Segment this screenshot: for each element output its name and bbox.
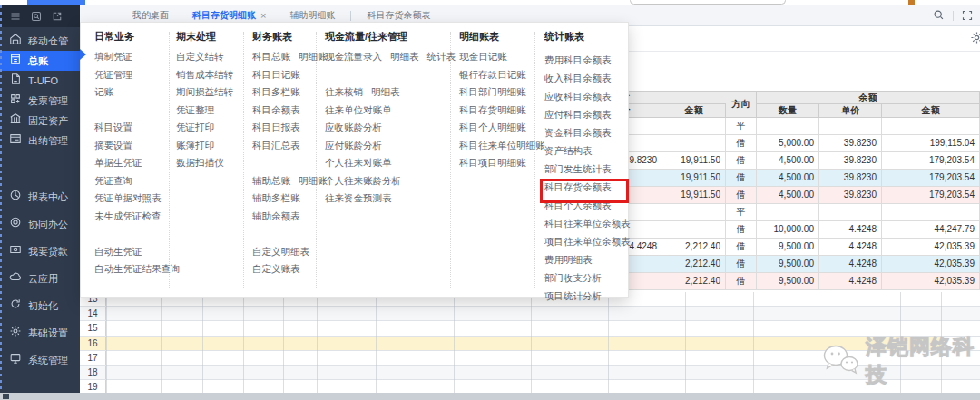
menu-item-自定义结转[interactable]: 自定义结转 bbox=[176, 51, 224, 62]
menu-item-辅助余额表[interactable]: 辅助余额表 bbox=[252, 210, 300, 221]
menu-row: 自定义明细表 bbox=[252, 241, 330, 259]
report-cell: 4.4248 bbox=[819, 273, 882, 290]
close-icon[interactable]: × bbox=[260, 10, 266, 21]
report-row[interactable]: 39.823019,911.50借4,500.0039.8230179,203.… bbox=[581, 152, 980, 170]
report-row[interactable]: 平 bbox=[581, 118, 980, 135]
sidebar-item-cloud[interactable]: 云应用 bbox=[0, 265, 80, 292]
sidebar-item-ledger[interactable]: 总账 bbox=[0, 51, 80, 71]
sidebar-item-init[interactable]: 初始化 bbox=[0, 292, 80, 319]
horizontal-scrollbar[interactable] bbox=[0, 393, 980, 400]
menu-item-自定义账表[interactable]: 自定义账表 bbox=[252, 263, 300, 274]
report-row[interactable]: 2,212.40借9,500.004.424842,035.39 bbox=[581, 273, 980, 290]
menu-item-部门收支分析[interactable]: 部门收支分析 bbox=[544, 272, 602, 283]
report-row[interactable]: 借5,000.0039.8230199,115.04 bbox=[581, 135, 980, 152]
report-row[interactable]: 2,212.40借9,500.004.424842,035.39 bbox=[581, 256, 980, 273]
menu-icon[interactable] bbox=[10, 11, 21, 22]
sidebar-item-tufo[interactable]: T-UFO bbox=[0, 71, 80, 91]
menu-item-科目日报表[interactable]: 科目日报表 bbox=[252, 122, 300, 132]
menu-item-明细表[interactable]: 明细表 bbox=[371, 86, 400, 97]
menu-item-科目多栏账[interactable]: 科目多栏账 bbox=[252, 86, 300, 97]
sidebar-item-loan[interactable]: 我要贷款 bbox=[0, 238, 80, 265]
menu-item-应收账龄分析[interactable]: 应收账龄分析 bbox=[325, 122, 382, 132]
menu-item-自动生凭证[interactable]: 自动生凭证 bbox=[94, 246, 142, 257]
menu-item-自定义明细表[interactable]: 自定义明细表 bbox=[252, 246, 309, 257]
menu-item-应收科目余额表[interactable]: 应收科目余额表 bbox=[544, 91, 612, 102]
menu-item-明细账[interactable]: 明细账 bbox=[299, 51, 328, 62]
menu-item-辅助总账[interactable]: 辅助总账 bbox=[252, 175, 290, 186]
gear-icon[interactable] bbox=[970, 31, 980, 48]
menu-item-科目设置[interactable]: 科目设置 bbox=[94, 122, 132, 132]
menu-item-科目总账[interactable]: 科目总账 bbox=[252, 51, 290, 62]
menu-item-未生成凭证检查[interactable]: 未生成凭证检查 bbox=[94, 210, 162, 221]
menu-row: 销售成本结转 bbox=[176, 64, 252, 83]
menu-item-往来资金预测表[interactable]: 往来资金预测表 bbox=[325, 192, 392, 203]
menu-item-明细表[interactable]: 明细表 bbox=[390, 51, 419, 62]
report-row[interactable]: 19,911.50借4,500.0039.8230179,203.54 bbox=[581, 170, 980, 187]
menu-item-银行存款日记账[interactable]: 银行存款日记账 bbox=[459, 69, 526, 80]
menu-item-凭证单据对照表[interactable]: 凭证单据对照表 bbox=[94, 192, 162, 203]
search-window-icon[interactable] bbox=[31, 11, 42, 22]
menu-item-凭证整理[interactable]: 凭证整理 bbox=[176, 104, 214, 115]
sidebar-item-settings[interactable]: 基础设置 bbox=[0, 319, 80, 346]
menu-item-期间损益结转[interactable]: 期间损益结转 bbox=[176, 86, 233, 97]
menu-item-往来单位对账单[interactable]: 往来单位对账单 bbox=[325, 104, 392, 115]
menu-item-个人往来账龄分析[interactable]: 个人往来账龄分析 bbox=[325, 175, 401, 186]
menu-item-现金流量录入[interactable]: 现金流量录入 bbox=[325, 51, 382, 62]
menu-item-收入科目余额表[interactable]: 收入科目余额表 bbox=[544, 73, 612, 83]
menu-item-凭证查询[interactable]: 凭证查询 bbox=[94, 175, 132, 186]
menu-item-数据扫描仪[interactable]: 数据扫描仪 bbox=[176, 157, 224, 168]
menu-item-科目日记账[interactable]: 科目日记账 bbox=[252, 69, 300, 80]
menu-item-科目往来单位余额表[interactable]: 科目往来单位余额表 bbox=[544, 218, 631, 229]
sidebar-item-cashier[interactable]: 出纳管理 bbox=[0, 131, 80, 151]
menu-item-销售成本结转[interactable]: 销售成本结转 bbox=[176, 69, 233, 80]
menu-item-部门发生统计表[interactable]: 部门发生统计表 bbox=[544, 163, 612, 174]
menu-item-自动生凭证结果查询[interactable]: 自动生凭证结果查询 bbox=[94, 263, 181, 274]
menu-item-科目汇总表[interactable]: 科目汇总表 bbox=[252, 140, 300, 151]
menu-item-统计表[interactable]: 统计表 bbox=[427, 51, 456, 62]
sidebar-item-collab[interactable]: 协同办公 bbox=[0, 210, 80, 238]
menu-item-资金科目余额表[interactable]: 资金科目余额表 bbox=[544, 127, 612, 138]
report-cell: 平 bbox=[726, 204, 757, 221]
sidebar-item-invoice[interactable]: 发票管理 bbox=[0, 91, 80, 111]
menu-item-摘要设置[interactable]: 摘要设置 bbox=[94, 140, 132, 151]
sidebar-item-bank[interactable]: 固定资产 bbox=[0, 111, 80, 131]
menu-item-科目项目明细账[interactable]: 科目项目明细账 bbox=[459, 157, 526, 168]
menu-item-辅助多栏账[interactable]: 辅助多栏账 bbox=[252, 192, 300, 203]
menu-item-应付账龄分析[interactable]: 应付账龄分析 bbox=[325, 140, 382, 151]
menu-item-填制凭证[interactable]: 填制凭证 bbox=[94, 51, 132, 62]
menu-item-资产结构表[interactable]: 资产结构表 bbox=[544, 145, 593, 156]
sidebar-item-warehouse[interactable]: 移动仓管 bbox=[0, 31, 80, 51]
menu-item-科目部门明细账[interactable]: 科目部门明细账 bbox=[459, 86, 526, 97]
menu-item-个人往来对账单[interactable]: 个人往来对账单 bbox=[325, 157, 392, 168]
menu-item-凭证管理[interactable]: 凭证管理 bbox=[94, 69, 132, 80]
menu-item-明细账[interactable]: 明细账 bbox=[299, 175, 328, 186]
search-icon[interactable] bbox=[933, 8, 945, 24]
menu-item-科目往来单位明细账[interactable]: 科目往来单位明细账 bbox=[459, 140, 545, 151]
sidebar-item-report[interactable]: 报表中心 bbox=[0, 183, 80, 210]
menu-item-费用明细表[interactable]: 费用明细表 bbox=[544, 254, 593, 265]
fullscreen-icon[interactable] bbox=[962, 8, 973, 24]
menu-item-科目个人明细账[interactable]: 科目个人明细账 bbox=[459, 122, 526, 132]
menu-item-科目余额表[interactable]: 科目余额表 bbox=[252, 104, 300, 115]
sidebar-header bbox=[0, 5, 80, 27]
report-row[interactable]: 4.42482,212.40借9,500.004.424842,035.39 bbox=[581, 239, 980, 256]
menu-item-账簿打印[interactable]: 账簿打印 bbox=[176, 140, 214, 151]
external-link-icon[interactable] bbox=[52, 11, 63, 22]
report-row[interactable]: 借10,000.004.424844,247.79 bbox=[581, 221, 980, 239]
menu-item-费用科目余额表[interactable]: 费用科目余额表 bbox=[544, 54, 612, 65]
menu-item-项目统计分析[interactable]: 项目统计分析 bbox=[544, 290, 602, 301]
report-row[interactable]: 19,911.50借4,500.0039.8230179,203.54 bbox=[581, 187, 980, 204]
menu-item-记账[interactable]: 记账 bbox=[94, 86, 113, 97]
sidebar-item-system[interactable]: 系统管理 bbox=[0, 346, 80, 374]
menu-item-凭证打印[interactable]: 凭证打印 bbox=[176, 122, 214, 132]
report-row[interactable]: 平 bbox=[581, 204, 980, 221]
sheet-row-14[interactable]: 14 bbox=[80, 307, 980, 321]
menu-item-现金日记账[interactable]: 现金日记账 bbox=[459, 51, 507, 62]
menu-item-项目往来单位余额表[interactable]: 项目往来单位余额表 bbox=[544, 236, 631, 247]
menu-item-科目存货明细账[interactable]: 科目存货明细账 bbox=[459, 104, 526, 115]
menu-item-往来核销[interactable]: 往来核销 bbox=[325, 86, 363, 97]
menu-row: 科目项目明细账 bbox=[459, 152, 543, 171]
menu-item-单据生凭证[interactable]: 单据生凭证 bbox=[94, 157, 142, 168]
report-cell: 199,115.04 bbox=[882, 135, 980, 152]
menu-item-应付科目余额表[interactable]: 应付科目余额表 bbox=[544, 109, 612, 120]
